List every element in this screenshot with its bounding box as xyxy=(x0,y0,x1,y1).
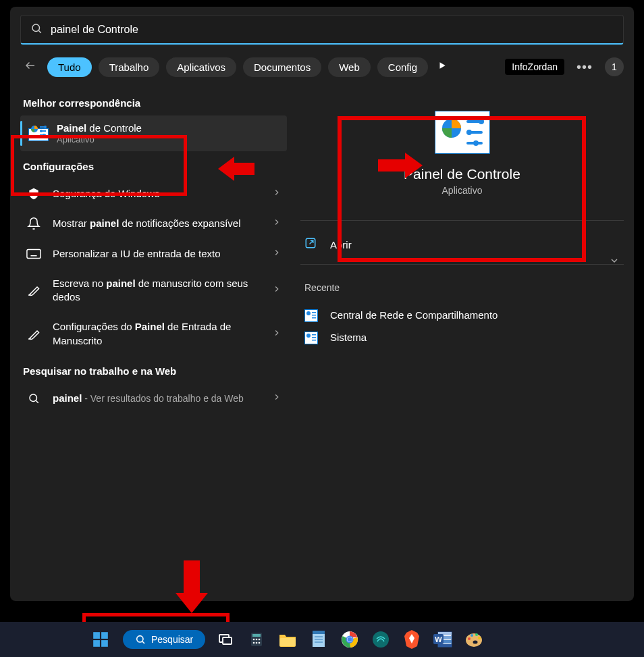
best-match-result[interactable]: Painel de Controle Aplicativo xyxy=(20,115,287,151)
svg-point-10 xyxy=(43,134,45,136)
chevron-right-icon xyxy=(272,217,281,230)
svg-rect-54 xyxy=(279,638,296,646)
svg-point-31 xyxy=(306,334,311,338)
word-app-icon[interactable]: W xyxy=(432,629,454,650)
svg-point-21 xyxy=(479,119,484,124)
svg-point-64 xyxy=(373,631,389,648)
svg-line-43 xyxy=(142,641,144,643)
app-icon-teal[interactable] xyxy=(370,629,392,650)
paint-app-icon[interactable] xyxy=(463,629,485,650)
tab-documentos[interactable]: Documentos xyxy=(243,57,321,77)
svg-rect-34 xyxy=(312,340,316,341)
taskbar-search-button[interactable]: Pesquisar xyxy=(123,630,205,649)
svg-rect-45 xyxy=(223,637,232,644)
brand-label: InfoZordan xyxy=(505,59,564,75)
svg-rect-41 xyxy=(101,640,108,647)
svg-rect-30 xyxy=(312,317,316,319)
pen-icon xyxy=(26,327,42,341)
chevron-right-icon xyxy=(272,248,281,260)
svg-point-53 xyxy=(259,642,261,644)
recent-item-system[interactable]: Sistema xyxy=(300,326,624,348)
recent-label: Recente xyxy=(304,282,624,293)
svg-point-23 xyxy=(466,130,472,135)
windows-search-panel: Tudo Trabalho Aplicativos Documentos Web… xyxy=(10,7,634,601)
chrome-app-icon[interactable] xyxy=(339,629,360,650)
svg-marker-36 xyxy=(378,153,423,178)
detail-title: Painel de Controle xyxy=(300,166,624,182)
control-panel-mini-icon xyxy=(304,332,318,343)
settings-item-notification-panel[interactable]: Mostrar painel de notificações expansíve… xyxy=(20,209,287,238)
svg-point-73 xyxy=(473,641,478,644)
svg-point-27 xyxy=(306,311,311,315)
svg-point-42 xyxy=(137,636,143,642)
svg-point-52 xyxy=(256,642,258,644)
svg-point-17 xyxy=(30,394,37,402)
open-action[interactable]: Abrir xyxy=(300,232,624,257)
search-icon xyxy=(30,22,43,37)
annotation-arrow-left-icon xyxy=(218,154,254,186)
bell-icon xyxy=(26,217,42,230)
svg-point-0 xyxy=(32,24,40,32)
section-search-work-web: Pesquisar no trabalho e na Web xyxy=(23,365,287,377)
svg-rect-69 xyxy=(438,644,452,647)
svg-point-76 xyxy=(475,633,478,636)
svg-rect-33 xyxy=(312,337,316,338)
detail-pane: Painel de Controle Aplicativo Abrir Rece… xyxy=(300,88,624,601)
svg-rect-28 xyxy=(312,312,316,313)
tab-aplicativos[interactable]: Aplicativos xyxy=(166,57,236,77)
user-avatar-badge[interactable]: 1 xyxy=(605,57,624,76)
svg-point-77 xyxy=(478,637,481,639)
svg-text:W: W xyxy=(435,635,443,643)
tab-tudo[interactable]: Tudo xyxy=(47,57,92,77)
notepad-app-icon[interactable] xyxy=(308,629,329,650)
svg-marker-35 xyxy=(218,157,254,181)
tabs-scroll-right-icon[interactable] xyxy=(435,61,450,73)
svg-point-50 xyxy=(259,639,261,641)
tab-web[interactable]: Web xyxy=(328,57,371,77)
svg-line-18 xyxy=(36,400,38,402)
recent-item-network[interactable]: Central de Rede e Compartilhamento xyxy=(300,304,624,326)
chevron-right-icon xyxy=(272,328,281,340)
svg-marker-37 xyxy=(176,560,208,613)
svg-rect-39 xyxy=(101,632,108,639)
svg-rect-47 xyxy=(252,634,261,637)
control-panel-mini-icon xyxy=(304,310,318,321)
settings-item-handwriting-panel[interactable]: Escreva no painel de manuscrito com seus… xyxy=(20,269,287,313)
search-icon xyxy=(26,392,42,404)
svg-point-6 xyxy=(44,126,47,128)
more-options-icon[interactable]: ••• xyxy=(571,59,598,75)
annotation-arrow-down-icon xyxy=(173,560,211,616)
settings-item-handwriting-settings[interactable]: Configurações do Painel de Entrada de Ma… xyxy=(20,312,287,356)
chevron-right-icon xyxy=(272,284,281,296)
svg-point-74 xyxy=(468,637,471,640)
svg-point-72 xyxy=(466,633,482,647)
svg-point-49 xyxy=(256,639,258,641)
expand-actions-icon[interactable] xyxy=(609,253,624,269)
annotation-arrow-right-icon xyxy=(378,150,423,184)
detail-subtitle: Aplicativo xyxy=(300,185,624,196)
svg-point-8 xyxy=(40,130,43,132)
task-view-icon[interactable] xyxy=(215,629,236,650)
open-icon xyxy=(304,237,317,252)
settings-item-text-input-ui[interactable]: Personalizar a IU de entrada de texto xyxy=(20,239,287,269)
svg-point-25 xyxy=(473,140,479,146)
svg-rect-38 xyxy=(93,632,100,639)
taskbar: Pesquisar W xyxy=(0,622,644,657)
control-panel-large-icon xyxy=(435,111,490,154)
tab-config[interactable]: Config xyxy=(377,57,428,77)
start-button[interactable] xyxy=(88,627,113,652)
search-bar[interactable] xyxy=(20,15,624,45)
pen-icon xyxy=(26,284,42,297)
file-explorer-icon[interactable] xyxy=(277,629,298,650)
tab-trabalho[interactable]: Trabalho xyxy=(99,57,160,77)
brave-app-icon[interactable] xyxy=(401,629,423,650)
web-search-result[interactable]: painel - Ver resultados do trabalho e da… xyxy=(20,384,287,413)
svg-rect-32 xyxy=(312,334,316,336)
calculator-app-icon[interactable] xyxy=(246,629,267,650)
shield-icon xyxy=(26,187,42,201)
svg-point-75 xyxy=(471,634,473,637)
svg-point-63 xyxy=(348,637,352,642)
section-best-match: Melhor correspondência xyxy=(23,97,287,109)
search-input[interactable] xyxy=(51,24,614,36)
back-arrow-icon[interactable] xyxy=(20,55,41,78)
